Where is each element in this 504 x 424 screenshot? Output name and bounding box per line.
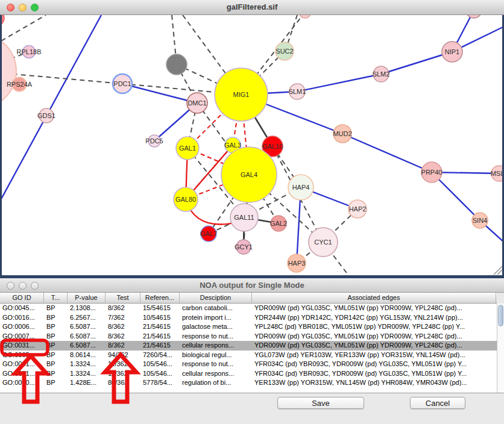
node-label-pdc5: PDC5: [145, 137, 163, 145]
table-cell: 8/362: [106, 304, 140, 313]
table-cell: 21/54615: [140, 332, 180, 341]
table-cell: 6.5087...: [68, 332, 106, 341]
network-window-titlebar[interactable]: galFiltered.sif: [0, 0, 504, 15]
resize-grip-icon[interactable]: [494, 266, 502, 275]
table-cell: biological regul...: [180, 351, 252, 360]
network-node-cred[interactable]: [2, 15, 4, 26]
column-header[interactable]: P-value: [68, 293, 106, 303]
column-header[interactable]: Referen...: [140, 293, 180, 303]
node-label-gds1: GDS1: [37, 112, 55, 119]
network-canvas[interactable]: RPL18BRPS24AGDS1PDC1DMC1MIG1PDC5SUC2SLM1…: [2, 15, 502, 275]
table-cell: GO:0007...: [0, 332, 44, 341]
panel-divider: [0, 393, 504, 393]
node-label-rpl18b: RPL18B: [17, 48, 42, 55]
column-header[interactable]: Associated edges: [252, 293, 496, 303]
vertical-scrollbar[interactable]: [497, 304, 504, 393]
network-node-top2[interactable]: [466, 15, 482, 18]
network-node-bigl[interactable]: [2, 34, 16, 108]
table-row[interactable]: GO:0031...BP6.5087...8/36221/54615cellul…: [0, 341, 497, 351]
network-node-tp1[interactable]: [299, 15, 311, 18]
results-table[interactable]: GO:0045...BP2.1308...8/36215/54615carbon…: [0, 304, 497, 393]
table-cell: response to nut...: [180, 332, 252, 341]
node-label-nip1: NIP1: [445, 48, 459, 55]
table-cell: 11/362: [106, 360, 140, 369]
cancel-button[interactable]: Cancel: [410, 397, 465, 409]
node-label-msl1: MSL1: [491, 170, 502, 177]
table-cell: GO:0031...: [0, 360, 44, 369]
zoom-button-icon[interactable]: [31, 282, 39, 290]
table-cell: GO:0031...: [0, 369, 44, 379]
table-cell: 21/54615: [140, 322, 180, 332]
table-cell: YGL073W (pd) YER103W, YER133W (pp) YOR31…: [252, 351, 496, 360]
table-cell: GO:0045...: [0, 304, 44, 313]
node-label-gal2: GAL2: [270, 220, 287, 227]
network-window-title: galFiltered.sif: [0, 0, 504, 14]
table-row[interactable]: GO:0050...BP1.428E...80/3625778/54...reg…: [0, 378, 497, 388]
table-cell: BP: [44, 378, 68, 388]
table-row[interactable]: GO:0045...BP2.1308...8/36215/54615carbon…: [0, 304, 497, 313]
zoom-button-icon[interactable]: [31, 4, 39, 11]
table-row[interactable]: GO:0007...BP6.5087...8/36221/54615respon…: [0, 332, 497, 341]
network-edge[interactable]: [2, 15, 46, 41]
table-cell: GO:0006...: [0, 322, 44, 332]
node-label-slm2: SLM2: [373, 70, 390, 78]
node-label-gal11: GAL11: [234, 214, 254, 221]
table-cell: 7/362: [106, 313, 140, 323]
table-cell: carbon cataboli...: [180, 304, 252, 313]
table-row[interactable]: GO:0065...BP8.0614...94/3627260/54...bio…: [0, 351, 497, 360]
column-header[interactable]: T...: [44, 293, 68, 303]
column-header[interactable]: GO ID: [0, 293, 44, 303]
table-cell: GO:0065...: [0, 351, 44, 360]
noa-output-window: NOA output for Single Mode GO IDT...P-va…: [0, 278, 504, 424]
table-cell: 1.428E...: [68, 378, 106, 388]
scrollbar-thumb[interactable]: [498, 305, 503, 326]
table-cell: YFR034C (pd) YBR093C, YDR009W (pd) YGL03…: [252, 369, 496, 379]
node-label-suc2: SUC2: [276, 48, 293, 55]
table-cell: GO:0050...: [0, 378, 44, 388]
node-label-mig1: MIG1: [233, 91, 250, 98]
table-row[interactable]: GO:0031...BP1.3324...11/362105/546...res…: [0, 360, 497, 369]
node-label-gal10: GAL10: [262, 143, 283, 150]
network-edge[interactable]: [297, 74, 381, 92]
node-label-dmc1: DMC1: [187, 99, 206, 107]
table-cell: GO:0031...: [0, 341, 44, 351]
node-label-cyc1: CYC1: [314, 238, 332, 246]
table-cell: 6.5087...: [68, 322, 106, 332]
table-cell: BP: [44, 322, 68, 332]
network-edge[interactable]: [342, 134, 432, 172]
noa-window-title: NOA output for Single Mode: [0, 278, 504, 292]
table-row[interactable]: GO:0006...BP6.5087...8/36221/54615galact…: [0, 322, 497, 332]
table-row[interactable]: GO:0031...BP1.3324...11/362105/546...cel…: [0, 369, 497, 379]
table-cell: cellular respons...: [180, 369, 252, 379]
table-cell: BP: [44, 360, 68, 369]
noa-window-titlebar[interactable]: NOA output for Single Mode: [0, 278, 504, 293]
minimize-button-icon[interactable]: [19, 4, 27, 11]
table-cell: YDR009W (pd) YGL035C, YML051W (pp) YDR00…: [252, 341, 496, 351]
table-cell: 7260/54...: [140, 351, 180, 360]
column-header[interactable]: Desciption: [180, 293, 252, 303]
network-edge[interactable]: [381, 52, 452, 74]
network-edge[interactable]: [2, 15, 101, 201]
column-header[interactable]: Test: [106, 293, 140, 303]
close-button-icon[interactable]: [7, 282, 14, 290]
network-node-gray[interactable]: [166, 54, 187, 75]
table-cell: 105/546...: [140, 369, 180, 379]
close-button-icon[interactable]: [7, 4, 14, 11]
table-cell: 8.0614...: [68, 351, 106, 360]
node-label-gcy1: GCY1: [235, 243, 253, 251]
table-cell: 1.3324...: [68, 369, 106, 379]
table-row[interactable]: GO:0016...BP6.2567...7/36210/54615protei…: [0, 313, 497, 323]
node-label-hap3: HAP3: [288, 260, 306, 267]
minimize-button-icon[interactable]: [19, 282, 27, 290]
table-cell: response to nut...: [180, 360, 252, 369]
node-label-rps24a: RPS24A: [7, 81, 33, 88]
table-cell: 1.3324...: [68, 360, 106, 369]
table-cell: 10/54615: [140, 313, 180, 323]
table-cell: 94/362: [106, 351, 140, 360]
table-cell: 105/546...: [140, 360, 180, 369]
table-cell: GO:0016...: [0, 313, 44, 323]
table-cell: protein import i...: [180, 313, 252, 323]
node-label-hap2: HAP2: [349, 205, 367, 213]
table-cell: 80/362: [106, 378, 140, 388]
save-button[interactable]: Save: [277, 397, 364, 409]
